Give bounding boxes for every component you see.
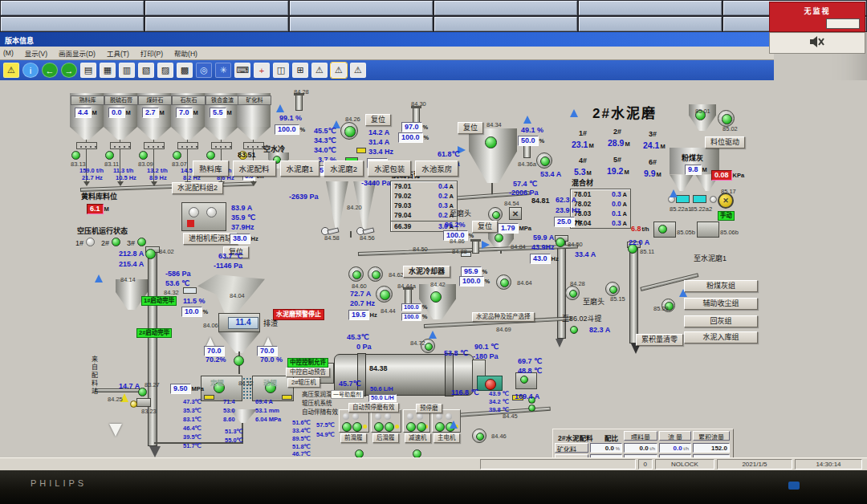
value-label: 5.3M	[574, 168, 592, 177]
reset-button[interactable]: 复位	[365, 114, 391, 126]
value-label: 51.6℃	[292, 420, 311, 426]
tab-水泥包装[interactable]: 水泥包装	[368, 161, 411, 177]
value-label: 1#	[579, 130, 587, 137]
tab-熟料库[interactable]: 熟料库	[193, 161, 229, 177]
batching-group2-button[interactable]: 水泥配料组2	[172, 182, 223, 194]
add-report-icon[interactable]: +	[254, 63, 270, 78]
prestop-button[interactable]: 预停磨	[416, 404, 442, 413]
status-lamp	[130, 400, 137, 408]
cascade-windows-icon[interactable]: ◫	[273, 63, 289, 78]
ash-return-group-button[interactable]: 回灰组	[684, 315, 758, 327]
warning-icon[interactable]: ⚠	[3, 63, 19, 78]
template-icon[interactable]: ▨	[157, 63, 173, 78]
menu-tools[interactable]: 工具(T)	[107, 48, 129, 58]
speaker-panel[interactable]	[769, 32, 865, 54]
tab-水泥配料[interactable]: 水泥配料	[233, 161, 276, 177]
log-icon[interactable]: ▧	[138, 63, 154, 78]
status-lamp	[355, 449, 364, 457]
value-label: 34.2 ℃	[489, 399, 509, 405]
value-label: 84.20	[347, 205, 362, 211]
silo-cone	[670, 174, 694, 191]
rotary-valve-85-17: ✕	[718, 193, 734, 209]
ratio-cell[interactable]: 0.0 %	[590, 443, 622, 453]
panel-lamp	[374, 422, 384, 432]
menu-m[interactable]: (M)	[3, 49, 14, 57]
status-time: 14:30:14	[795, 459, 862, 469]
value-label: 63.7 ℃	[218, 253, 242, 260]
fan-lamp	[476, 433, 485, 441]
level-drive-button[interactable]: 料位驱动	[705, 136, 745, 148]
flow-arrow-icon	[450, 421, 458, 429]
silo-cone	[171, 127, 205, 140]
tile-windows-icon[interactable]: ⊞	[292, 63, 308, 78]
value-label: 28.9M	[608, 139, 630, 148]
menu-help[interactable]: 帮助(H)	[174, 48, 197, 58]
menu-display[interactable]: 画面显示(D)	[59, 48, 96, 58]
settings-icon[interactable]: ✳	[215, 63, 231, 78]
cement-type-select-button[interactable]: 水泥品种及班产选择	[472, 312, 535, 322]
fly-ash-group-button[interactable]: 粉煤灰组	[684, 280, 758, 292]
front-slipper-panel	[339, 409, 369, 433]
graphics-icon[interactable]: ▦	[100, 63, 116, 78]
forward-icon[interactable]: →	[61, 63, 77, 78]
value-label: 84.45	[503, 413, 518, 420]
alarm-log-icon[interactable]: ⚠	[350, 63, 366, 78]
start-complete-label: 2#启动完毕	[136, 328, 172, 338]
marker-icon	[149, 446, 161, 457]
value-label: 6.04 MPa	[255, 417, 281, 423]
manual-mode-label: 手动	[718, 211, 735, 221]
reset-button[interactable]: 复位	[458, 122, 483, 134]
fan-lamp	[344, 126, 355, 136]
value-label: 85.22a1	[670, 206, 691, 213]
panel-lamp	[352, 422, 362, 432]
feed-cell[interactable]: 0.0 t/h	[624, 443, 657, 453]
back-icon[interactable]: ←	[42, 63, 58, 78]
value-label: 23.1M	[572, 140, 594, 149]
value-label: 53.8 ℃	[444, 350, 468, 357]
grid-icon[interactable]: ▩	[177, 63, 193, 78]
start-complete-label: 1#启动完毕	[141, 296, 177, 306]
menu-bar: (M) 显示(V) 画面显示(D) 工具(T) 打印(P) 帮助(H)	[0, 47, 774, 60]
muted-speaker-icon[interactable]	[809, 35, 825, 51]
circle-icon[interactable]: ◎	[196, 63, 212, 78]
auto-prestop-button[interactable]: 自动预停磨有效	[348, 403, 399, 413]
keyboard-icon[interactable]: ⌨	[234, 63, 250, 78]
silo-feeder-speed: 21.7 Hz	[82, 175, 103, 181]
alarm-square	[187, 220, 194, 227]
value-label: 62.3 A	[556, 197, 576, 204]
schedule-icon[interactable]: ▥	[119, 63, 135, 78]
central-start-notice-button[interactable]: 中控启动预告	[286, 368, 330, 377]
tab-水泥磨1[interactable]: 水泥磨1	[280, 161, 320, 177]
feeder-85-22a1	[676, 195, 690, 203]
indicator-box	[204, 395, 214, 400]
menu-print[interactable]: 打印(P)	[140, 48, 163, 58]
alarm-active-icon[interactable]: ⚠	[331, 63, 347, 78]
silo-name: 铁合金渣	[206, 96, 239, 105]
value-label: 59.9 A	[533, 234, 554, 242]
roller-press-button[interactable]: 2#辊压机	[287, 378, 320, 388]
info-icon[interactable]: i	[22, 63, 39, 78]
value-label: 84.50	[568, 242, 583, 248]
cyclone-outlet	[350, 231, 352, 238]
cement-storage-group-button[interactable]: 水泥入库组	[684, 331, 758, 343]
alarm-device-icon[interactable]: ⚠	[311, 63, 328, 78]
value-label: 9.50MPa	[170, 384, 204, 394]
reset-button[interactable]: 复位	[472, 221, 498, 233]
sensor-84-36a	[523, 144, 531, 158]
value-label: 84.25	[108, 396, 123, 403]
monitor-logo	[788, 482, 800, 490]
tab-水泥磨2[interactable]: 水泥磨2	[324, 161, 364, 177]
report-icon[interactable]: ▤	[80, 63, 96, 78]
totalizer-reset-button[interactable]: 累积量清零	[636, 334, 683, 346]
value-label: 84.44	[381, 308, 396, 315]
value-label: 84.44a	[397, 283, 416, 290]
alarm-banner-text: 无监视	[770, 6, 865, 16]
alarm-grid-cell	[434, 17, 577, 31]
value-label: 83.51	[238, 152, 256, 159]
rear-slipper-label: 后滑履	[372, 433, 399, 443]
fan-lamp	[500, 278, 510, 288]
tab-水池泵房[interactable]: 水池泵房	[415, 161, 458, 177]
aux-dust-group-button[interactable]: 辅助收尘组	[684, 298, 758, 310]
value-label: 84.64	[517, 280, 532, 287]
menu-view[interactable]: 显示(V)	[25, 48, 47, 58]
